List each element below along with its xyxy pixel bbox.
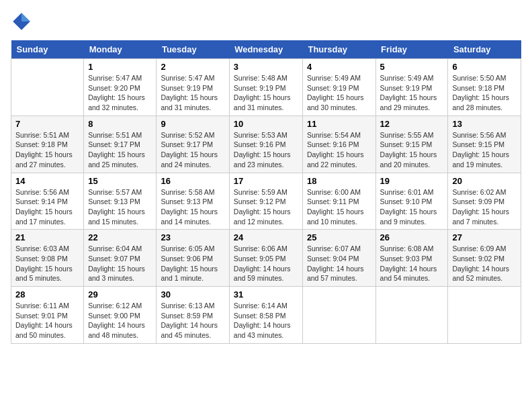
- weekday-header-monday: Monday: [84, 40, 157, 59]
- day-info: Sunrise: 6:11 AM Sunset: 9:01 PM Dayligh…: [15, 301, 79, 340]
- calendar-cell: 3Sunrise: 5:48 AM Sunset: 9:19 PM Daylig…: [229, 59, 302, 116]
- weekday-header-row: SundayMondayTuesdayWednesdayThursdayFrid…: [11, 40, 521, 59]
- day-number: 10: [234, 119, 298, 129]
- day-number: 6: [452, 62, 517, 72]
- day-number: 7: [15, 119, 79, 129]
- weekday-header-wednesday: Wednesday: [229, 40, 302, 59]
- day-info: Sunrise: 5:56 AM Sunset: 9:15 PM Dayligh…: [452, 130, 517, 170]
- day-number: 23: [161, 232, 224, 242]
- calendar-cell: 22Sunrise: 6:04 AM Sunset: 9:07 PM Dayli…: [84, 230, 157, 287]
- day-info: Sunrise: 6:01 AM Sunset: 9:10 PM Dayligh…: [380, 187, 444, 227]
- day-number: 14: [15, 176, 79, 186]
- calendar-cell: 4Sunrise: 5:49 AM Sunset: 9:19 PM Daylig…: [302, 59, 375, 116]
- calendar-cell: 21Sunrise: 6:03 AM Sunset: 9:08 PM Dayli…: [11, 230, 84, 287]
- day-number: 29: [88, 289, 152, 300]
- day-number: 28: [15, 289, 79, 300]
- calendar-cell: 5Sunrise: 5:49 AM Sunset: 9:19 PM Daylig…: [375, 59, 448, 116]
- day-number: 16: [161, 176, 224, 186]
- calendar-cell: [11, 59, 84, 116]
- weekday-header-thursday: Thursday: [302, 40, 375, 59]
- day-info: Sunrise: 6:05 AM Sunset: 9:06 PM Dayligh…: [161, 244, 224, 283]
- calendar-cell: 16Sunrise: 5:58 AM Sunset: 9:13 PM Dayli…: [157, 173, 229, 230]
- day-number: 12: [380, 119, 444, 129]
- calendar-cell: 2Sunrise: 5:47 AM Sunset: 9:19 PM Daylig…: [157, 59, 229, 116]
- day-info: Sunrise: 6:00 AM Sunset: 9:11 PM Dayligh…: [307, 187, 371, 227]
- day-info: Sunrise: 6:13 AM Sunset: 8:59 PM Dayligh…: [161, 301, 224, 340]
- calendar-cell: 1Sunrise: 5:47 AM Sunset: 9:20 PM Daylig…: [84, 59, 157, 116]
- day-info: Sunrise: 6:03 AM Sunset: 9:08 PM Dayligh…: [15, 244, 79, 283]
- day-info: Sunrise: 5:50 AM Sunset: 9:18 PM Dayligh…: [452, 73, 517, 113]
- day-info: Sunrise: 5:47 AM Sunset: 9:19 PM Dayligh…: [161, 73, 224, 113]
- day-info: Sunrise: 5:48 AM Sunset: 9:19 PM Dayligh…: [234, 73, 298, 113]
- day-number: 30: [161, 289, 224, 300]
- calendar-cell: 28Sunrise: 6:11 AM Sunset: 9:01 PM Dayli…: [11, 287, 84, 344]
- day-info: Sunrise: 6:07 AM Sunset: 9:04 PM Dayligh…: [307, 244, 371, 283]
- calendar-cell: 15Sunrise: 5:57 AM Sunset: 9:13 PM Dayli…: [84, 173, 157, 230]
- weekday-header-tuesday: Tuesday: [157, 40, 229, 59]
- day-info: Sunrise: 5:47 AM Sunset: 9:20 PM Dayligh…: [88, 73, 152, 113]
- day-number: 11: [307, 119, 371, 129]
- calendar-cell: 14Sunrise: 5:56 AM Sunset: 9:14 PM Dayli…: [11, 173, 84, 230]
- day-number: 13: [452, 119, 517, 129]
- calendar-cell: 11Sunrise: 5:54 AM Sunset: 9:16 PM Dayli…: [302, 116, 375, 173]
- day-info: Sunrise: 6:02 AM Sunset: 9:09 PM Dayligh…: [452, 187, 517, 227]
- day-info: Sunrise: 5:54 AM Sunset: 9:16 PM Dayligh…: [307, 130, 371, 170]
- day-number: 2: [161, 62, 224, 72]
- calendar-table: SundayMondayTuesdayWednesdayThursdayFrid…: [11, 40, 521, 344]
- calendar-cell: 20Sunrise: 6:02 AM Sunset: 9:09 PM Dayli…: [448, 173, 521, 230]
- day-info: Sunrise: 5:49 AM Sunset: 9:19 PM Dayligh…: [380, 73, 444, 113]
- day-info: Sunrise: 5:49 AM Sunset: 9:19 PM Dayligh…: [307, 73, 371, 113]
- calendar-cell: 13Sunrise: 5:56 AM Sunset: 9:15 PM Dayli…: [448, 116, 521, 173]
- calendar-week-row: 21Sunrise: 6:03 AM Sunset: 9:08 PM Dayli…: [11, 230, 521, 287]
- day-number: 27: [452, 232, 517, 242]
- day-info: Sunrise: 5:53 AM Sunset: 9:16 PM Dayligh…: [234, 130, 298, 170]
- day-info: Sunrise: 5:58 AM Sunset: 9:13 PM Dayligh…: [161, 187, 224, 227]
- day-number: 18: [307, 176, 371, 186]
- day-number: 4: [307, 62, 371, 72]
- calendar-cell: 26Sunrise: 6:08 AM Sunset: 9:03 PM Dayli…: [375, 230, 448, 287]
- calendar-cell: 10Sunrise: 5:53 AM Sunset: 9:16 PM Dayli…: [229, 116, 302, 173]
- day-info: Sunrise: 5:59 AM Sunset: 9:12 PM Dayligh…: [234, 187, 298, 227]
- day-number: 25: [307, 232, 371, 242]
- calendar-cell: 31Sunrise: 6:14 AM Sunset: 8:58 PM Dayli…: [229, 287, 302, 344]
- page-header: [11, 11, 521, 32]
- calendar-cell: 7Sunrise: 5:51 AM Sunset: 9:18 PM Daylig…: [11, 116, 84, 173]
- svg-marker-1: [21, 13, 30, 21]
- day-number: 9: [161, 119, 224, 129]
- day-number: 15: [88, 176, 152, 186]
- day-info: Sunrise: 6:12 AM Sunset: 9:00 PM Dayligh…: [88, 301, 152, 340]
- calendar-cell: 8Sunrise: 5:51 AM Sunset: 9:17 PM Daylig…: [84, 116, 157, 173]
- calendar-cell: 19Sunrise: 6:01 AM Sunset: 9:10 PM Dayli…: [375, 173, 448, 230]
- day-info: Sunrise: 5:52 AM Sunset: 9:17 PM Dayligh…: [161, 130, 224, 170]
- day-number: 22: [88, 232, 152, 242]
- day-number: 17: [234, 176, 298, 186]
- calendar-cell: 25Sunrise: 6:07 AM Sunset: 9:04 PM Dayli…: [302, 230, 375, 287]
- calendar-cell: [375, 287, 448, 344]
- day-number: 26: [380, 232, 444, 242]
- calendar-cell: 23Sunrise: 6:05 AM Sunset: 9:06 PM Dayli…: [157, 230, 229, 287]
- day-info: Sunrise: 5:57 AM Sunset: 9:13 PM Dayligh…: [88, 187, 152, 227]
- day-number: 24: [234, 232, 298, 242]
- day-info: Sunrise: 5:51 AM Sunset: 9:18 PM Dayligh…: [15, 130, 79, 170]
- calendar-cell: 29Sunrise: 6:12 AM Sunset: 9:00 PM Dayli…: [84, 287, 157, 344]
- day-number: 31: [234, 289, 298, 300]
- day-info: Sunrise: 6:04 AM Sunset: 9:07 PM Dayligh…: [88, 244, 152, 283]
- day-number: 19: [380, 176, 444, 186]
- calendar-cell: 6Sunrise: 5:50 AM Sunset: 9:18 PM Daylig…: [448, 59, 521, 116]
- day-number: 3: [234, 62, 298, 72]
- day-number: 1: [88, 62, 152, 72]
- day-number: 20: [452, 176, 517, 186]
- calendar-cell: 27Sunrise: 6:09 AM Sunset: 9:02 PM Dayli…: [448, 230, 521, 287]
- calendar-week-row: 7Sunrise: 5:51 AM Sunset: 9:18 PM Daylig…: [11, 116, 521, 173]
- day-info: Sunrise: 5:51 AM Sunset: 9:17 PM Dayligh…: [88, 130, 152, 170]
- calendar-cell: 9Sunrise: 5:52 AM Sunset: 9:17 PM Daylig…: [157, 116, 229, 173]
- calendar-cell: 24Sunrise: 6:06 AM Sunset: 9:05 PM Dayli…: [229, 230, 302, 287]
- weekday-header-sunday: Sunday: [11, 40, 84, 59]
- day-info: Sunrise: 6:09 AM Sunset: 9:02 PM Dayligh…: [452, 244, 517, 283]
- calendar-cell: 30Sunrise: 6:13 AM Sunset: 8:59 PM Dayli…: [157, 287, 229, 344]
- day-info: Sunrise: 6:08 AM Sunset: 9:03 PM Dayligh…: [380, 244, 444, 283]
- day-info: Sunrise: 5:55 AM Sunset: 9:15 PM Dayligh…: [380, 130, 444, 170]
- calendar-cell: [302, 287, 375, 344]
- logo-icon: [11, 11, 32, 32]
- day-info: Sunrise: 6:14 AM Sunset: 8:58 PM Dayligh…: [234, 301, 298, 340]
